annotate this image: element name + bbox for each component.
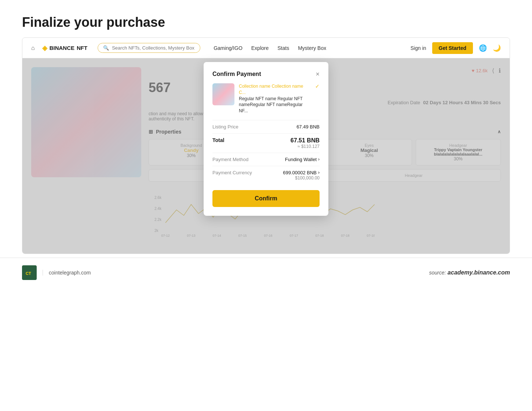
chevron-right-icon: › <box>318 157 320 162</box>
cointelegraph-logo: CT <box>22 265 37 280</box>
get-started-button[interactable]: Get Started <box>432 42 473 54</box>
globe-icon[interactable]: 🌐 <box>479 44 487 52</box>
browser-container: ⌂ ◈ BINANCE NFT 🔍 Gaming/IGO Explore Sta… <box>22 37 510 254</box>
signin-button[interactable]: Sign in <box>411 45 426 51</box>
dark-mode-icon[interactable]: 🌙 <box>493 44 501 52</box>
listing-price-value: 67.49 BNB <box>296 124 320 130</box>
modal-nft-name: Regular NFT name Regular NFT nameRegular… <box>239 96 311 114</box>
payment-currency-label: Payment Currency <box>212 170 252 175</box>
nav-links: Gaming/IGO Explore Stats Mystery Box <box>214 45 326 51</box>
home-icon[interactable]: ⌂ <box>31 45 35 51</box>
nav-link-stats[interactable]: Stats <box>277 45 289 51</box>
total-value: 67.51 BNB ≈ $110.127 <box>291 137 320 149</box>
binance-diamond-icon: ◈ <box>42 44 47 52</box>
currency-usd: $100,000.00 <box>283 175 320 181</box>
modal-payment-method-row: Payment Method Funding Wallet › <box>212 153 320 166</box>
search-icon: 🔍 <box>103 45 109 51</box>
modal-close-button[interactable]: × <box>316 71 320 77</box>
total-usd: ≈ $110.127 <box>291 144 320 149</box>
source-link: academy.binance.com <box>448 269 510 276</box>
modal-overlay: Confirm Payment × Collection name Collec… <box>22 58 510 254</box>
source-attribution: source: academy.binance.com <box>429 269 510 276</box>
nav-right: Sign in Get Started 🌐 🌙 <box>411 42 501 54</box>
confirm-button[interactable]: Confirm <box>212 190 320 207</box>
cointelegraph-site: cointelegraph.com <box>43 270 91 276</box>
currency-bnb: 699.00002 BNB <box>283 170 317 175</box>
funding-wallet-text: Funding Wallet <box>285 157 317 162</box>
nav-logo-binance: BINANCE <box>50 45 74 51</box>
bottom-bar: CT cointelegraph.com source: academy.bin… <box>0 258 532 287</box>
content-area: ♥ 12.6k ⟨ ℹ 567 Expiration Date 02 Days … <box>22 58 510 254</box>
nav-link-mysterybox[interactable]: Mystery Box <box>298 45 326 51</box>
modal-header: Confirm Payment × <box>212 71 320 77</box>
payment-currency-value[interactable]: 699.00002 BNB › $100,000.00 <box>283 170 320 181</box>
payment-method-label: Payment Method <box>212 157 248 162</box>
modal-nft-info: Collection name Collection name C... Reg… <box>239 83 311 114</box>
modal-collection-name: Collection name Collection name C... <box>239 83 311 96</box>
modal-payment-currency-row: Payment Currency 699.00002 BNB › $100,00… <box>212 166 320 184</box>
payment-method-value[interactable]: Funding Wallet › <box>285 157 320 162</box>
modal-nft-thumbnail <box>212 83 234 105</box>
source-prefix: source: <box>429 270 446 276</box>
verified-badge-icon: ✓ <box>315 83 320 89</box>
total-label: Total <box>212 137 224 143</box>
page-title: Finalize your purchase <box>0 0 532 37</box>
nav-search-bar[interactable]: 🔍 <box>98 43 200 53</box>
nav-link-explore[interactable]: Explore <box>251 45 269 51</box>
nav-link-gaming[interactable]: Gaming/IGO <box>214 45 243 51</box>
total-bnb: 67.51 BNB <box>291 137 320 144</box>
modal-listing-price-row: Listing Price 67.49 BNB <box>212 120 320 133</box>
modal-total-row: Total 67.51 BNB ≈ $110.127 <box>212 133 320 153</box>
listing-price-label: Listing Price <box>212 124 238 130</box>
svg-text:CT: CT <box>26 271 31 276</box>
currency-chevron-icon: › <box>318 170 320 175</box>
ct-logo-svg: CT <box>24 268 34 278</box>
search-input[interactable] <box>112 45 195 51</box>
nav-logo: ◈ BINANCE NFT <box>42 44 88 52</box>
navbar: ⌂ ◈ BINANCE NFT 🔍 Gaming/IGO Explore Sta… <box>22 38 510 58</box>
modal-nft-preview: Collection name Collection name C... Reg… <box>212 83 320 114</box>
confirm-payment-modal: Confirm Payment × Collection name Collec… <box>204 62 328 216</box>
modal-title: Confirm Payment <box>212 71 261 77</box>
nav-logo-nft: NFT <box>77 45 87 51</box>
